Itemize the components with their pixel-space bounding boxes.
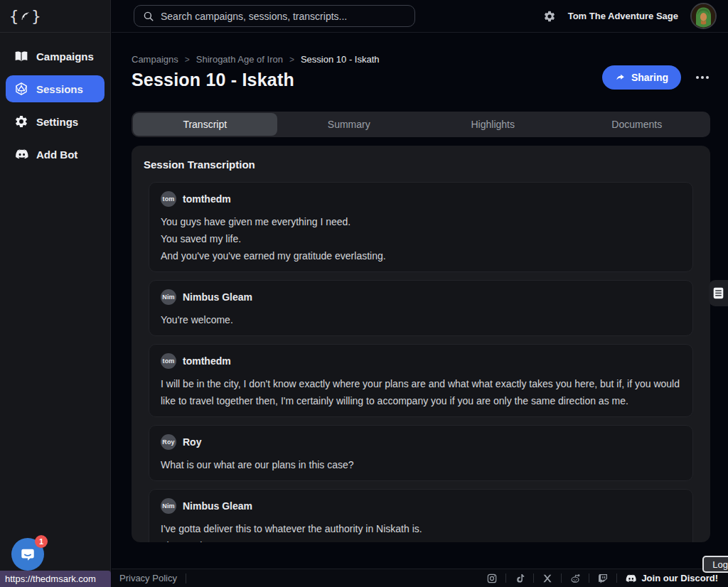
discord-icon — [14, 147, 28, 161]
d20-die-icon — [14, 82, 28, 96]
title-actions: Sharing — [602, 65, 710, 90]
sidebar-item-label: Sessions — [36, 83, 83, 95]
sidebar-item-sessions[interactable]: Sessions — [6, 75, 105, 102]
footer: Privacy Policy Join our Discord! — [112, 569, 728, 587]
more-options-button[interactable] — [695, 72, 710, 83]
speaker-avatar: Nim — [161, 289, 176, 305]
transcript-message: Nim Nimbus Gleam I've gotta deliver this… — [149, 489, 693, 542]
search-box[interactable] — [134, 5, 415, 27]
avatar-image — [692, 4, 715, 28]
speaker-name: tomthedm — [183, 193, 231, 205]
transcript-message: tom tomthedm You guys have given me ever… — [149, 182, 693, 272]
gear-icon — [14, 114, 28, 129]
breadcrumb-item-campaign[interactable]: Shirogath Age of Iron — [196, 54, 283, 65]
speaker-avatar: Nim — [161, 498, 176, 514]
avatar[interactable] — [690, 3, 717, 29]
sidebar-nav: Campaigns Sessions Settings Add Bot — [0, 33, 110, 168]
logo-area[interactable]: { } — [0, 0, 110, 33]
tiktok-icon[interactable] — [514, 573, 525, 584]
breadcrumb-item-current: Session 10 - Iskath — [301, 54, 380, 65]
chevron-right-icon: > — [185, 55, 190, 65]
transcript-message: Nim Nimbus Gleam You're welcome. — [149, 280, 693, 336]
message-line: And you've you've earned my gratitude ev… — [161, 247, 681, 264]
speaker-avatar: tom — [161, 191, 176, 207]
instagram-icon[interactable] — [486, 573, 498, 584]
braces-quill-logo-icon: { } — [9, 7, 41, 25]
tab-summary[interactable]: Summary — [277, 113, 422, 136]
gear-icon[interactable] — [543, 10, 556, 23]
sidebar-item-campaigns[interactable]: Campaigns — [6, 43, 105, 70]
transcription-card: Session Transcription tom tomthedm You g… — [132, 146, 710, 542]
transcript-message: Roy Roy What is our what are our plans i… — [149, 425, 693, 481]
top-header: Tom The Adventure Sage — [112, 0, 728, 33]
speaker-name: Nimbus Gleam — [183, 500, 252, 512]
title-row: Session 10 - Iskath Sharing — [132, 70, 710, 90]
browser-status-url: https://thedmsark.com — [0, 571, 111, 587]
speaker-avatar: tom — [161, 353, 176, 369]
sidebar: { } Campaigns Sessions — [0, 0, 111, 587]
x-icon[interactable] — [542, 573, 553, 584]
reddit-icon[interactable] — [569, 573, 581, 584]
sidebar-item-add-bot[interactable]: Add Bot — [6, 141, 105, 168]
privacy-policy-link[interactable]: Privacy Policy — [119, 573, 177, 583]
breadcrumb-item-campaigns[interactable]: Campaigns — [132, 54, 178, 65]
search-input[interactable] — [161, 11, 406, 22]
main-content: Campaigns > Shirogath Age of Iron > Sess… — [112, 33, 728, 569]
tab-documents[interactable]: Documents — [565, 113, 710, 136]
sharing-button[interactable]: Sharing — [602, 65, 681, 90]
message-line: You saved my life. — [161, 230, 681, 247]
card-heading: Session Transcription — [143, 158, 699, 171]
message-line: You guys have given me everything I need… — [161, 213, 681, 230]
tab-transcript[interactable]: Transcript — [133, 113, 277, 136]
sidebar-item-label: Add Bot — [36, 149, 77, 161]
tab-highlights[interactable]: Highlights — [421, 113, 565, 136]
message-line: I've gotta deliver this to whatever the … — [161, 520, 681, 537]
page-title: Session 10 - Iskath — [132, 70, 294, 90]
footer-social: Join our Discord! — [486, 573, 718, 584]
transcript-message: tom tomthedm I will be in the city, I do… — [149, 344, 693, 417]
message-line: The amulet? — [161, 537, 681, 542]
search-icon — [143, 11, 154, 22]
quill-icon — [18, 10, 31, 23]
breadcrumb: Campaigns > Shirogath Age of Iron > Sess… — [132, 54, 710, 65]
join-discord-link[interactable]: Join our Discord! — [625, 573, 718, 584]
speaker-avatar: Roy — [161, 434, 176, 450]
message-line: What is our what are our plans in this c… — [161, 456, 681, 473]
twitch-icon[interactable] — [597, 573, 609, 584]
speaker-name: Roy — [183, 436, 201, 448]
sidebar-item-settings[interactable]: Settings — [6, 108, 105, 135]
book-icon — [14, 49, 28, 63]
sidebar-item-label: Campaigns — [36, 50, 94, 63]
join-discord-label: Join our Discord! — [641, 573, 718, 583]
log-button[interactable]: Log — [702, 556, 728, 573]
notification-badge: 1 — [35, 535, 48, 548]
header-right: Tom The Adventure Sage — [543, 3, 717, 29]
discord-icon — [625, 573, 636, 584]
message-line: I will be in the city, I don't know exac… — [161, 375, 681, 409]
message-list: tom tomthedm You guys have given me ever… — [149, 182, 693, 542]
user-name: Tom The Adventure Sage — [568, 11, 678, 21]
document-panel-icon — [712, 286, 724, 300]
chevron-right-icon: > — [289, 55, 294, 65]
speaker-name: Nimbus Gleam — [183, 291, 252, 303]
sidebar-item-label: Settings — [36, 116, 78, 128]
speaker-name: tomthedm — [183, 355, 231, 367]
share-arrow-icon — [615, 72, 626, 83]
document-panel-toggle[interactable] — [709, 280, 728, 306]
sharing-button-label: Sharing — [631, 72, 668, 83]
chat-widget-button[interactable]: 1 — [11, 538, 44, 571]
message-line: You're welcome. — [161, 311, 681, 328]
tab-bar: Transcript Summary Highlights Documents — [132, 112, 710, 137]
chat-bubble-icon — [20, 546, 36, 562]
ellipsis-icon — [696, 76, 699, 79]
